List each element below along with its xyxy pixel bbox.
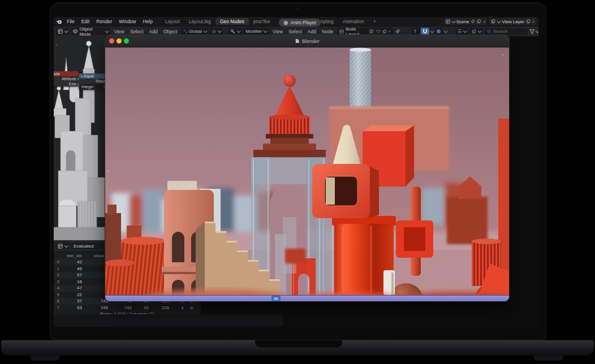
document-icon [295,38,300,44]
lid-notch [255,340,342,348]
cell-value: 42 [63,259,85,265]
tab-animation[interactable]: Animation [338,18,369,25]
cell-value: 37 [63,298,85,304]
stop-icon[interactable]: ⊗ [283,20,288,26]
row-index: 7 [54,305,63,310]
scene-selector[interactable]: Scene × [444,18,488,25]
cell-value: 742 [111,305,135,310]
unlink-icon[interactable]: × [483,20,485,24]
cell-value: 20 [135,305,152,310]
laptop-base [1,340,594,356]
search-placeholder: Search [493,29,507,34]
row-index: 2 [54,272,63,278]
view-layer-icon [491,19,495,24]
current-frame: 90 [274,297,278,301]
cell-value: 0. [187,305,197,310]
outliner-filter-dropdown[interactable] [469,28,483,35]
proportional-options-chevron[interactable] [443,29,447,33]
row-index: 4 [54,285,63,291]
snap-magnet-toggle[interactable] [421,28,429,35]
3d-viewport-render[interactable]: › ⌄ [105,47,509,295]
menu-select[interactable]: Select [286,29,305,34]
cell-value: 47 [63,285,85,291]
rubber-foot [534,356,563,361]
window-title-bar[interactable]: Blender [105,35,509,47]
outliner-display-dropdown[interactable]: ☰ [455,28,468,35]
filter-funnel-icon[interactable] [529,29,534,34]
red-city-scene: › ⌄ [105,47,509,295]
spreadsheet-icon [58,244,63,249]
anim-player-indicator[interactable]: ⊗ Anim Player [279,19,321,27]
chevron-down-icon [451,19,455,23]
tab--[interactable]: + [369,18,381,25]
pin-icon[interactable] [395,29,400,34]
scene-name: Scene [456,19,469,24]
cell-value: 57 [63,272,85,278]
snap-target-button[interactable]: ⭡ [411,28,420,35]
proportional-edit-icon [437,29,441,33]
laptop-mockup: FileEditRenderWindowHelp LayoutLayout.bi… [0,0,595,364]
cell-value: 53 [63,305,85,310]
webcam-dot [296,7,298,9]
rubber-foot [31,356,60,361]
blender-screen: FileEditRenderWindowHelp LayoutLayout.bi… [54,17,538,327]
table-row[interactable]: 7537457422022810. [54,305,201,311]
row-index: 5 [54,292,63,297]
menu-add[interactable]: Add [305,29,319,34]
cell-value: 228 [152,305,173,310]
timeline-playhead[interactable]: 90 [271,296,281,301]
proportional-edit-toggle[interactable] [434,28,443,35]
cell-value: 1 [173,305,187,310]
new-copy-icon[interactable] [382,29,387,34]
search-icon [487,29,491,34]
new-copy-icon[interactable] [526,19,531,24]
remove-icon[interactable]: × [532,20,534,24]
cell-value: 22 [63,292,85,297]
new-copy-icon[interactable] [477,19,481,24]
window-title: Blender [302,38,320,44]
outliner-search-input[interactable]: Search [484,28,528,35]
view-layer-name: View Layer [502,19,524,24]
floating-blender-window[interactable]: Blender [105,35,509,301]
row-index: 1 [54,266,63,271]
geometry-node-editor[interactable]: ttribute Attribute Exis Equal Result Int… [54,314,283,327]
node-tree-icon [339,29,344,34]
menu-node[interactable]: Node [319,29,336,34]
svg-text:⌄: ⌄ [501,51,505,57]
magnet-icon [422,29,428,34]
laptop-lid: FileEditRenderWindowHelp LayoutLayout.bi… [50,2,546,340]
cell-value: 45 [63,266,85,271]
cell-value: 745 [85,305,111,310]
row-index: 6 [54,298,63,304]
scene-icon [446,19,450,24]
pin-icon[interactable] [471,19,475,24]
svg-text:›: › [107,168,109,174]
timeline-strip[interactable]: 90 [105,295,509,301]
snap-options-chevron[interactable] [430,29,434,33]
view-layer-selector[interactable]: View Layer × [489,18,536,25]
fake-user-heart-icon[interactable] [376,29,381,34]
filter-chevron[interactable] [536,29,538,33]
chevron-down-icon [497,19,501,23]
unlink-icon[interactable]: × [389,29,391,33]
user-count-badge[interactable]: 2 [369,29,374,34]
anim-player-label: Anim Player [290,20,316,25]
column-header-inst_idx[interactable]: inst_idx [63,253,85,258]
row-index: 3 [54,279,63,284]
spreadsheet-editor-type[interactable] [55,242,70,249]
dataset-label: Evaluated [74,244,94,249]
cell-value: 16 [63,279,85,284]
row-index: 0 [54,259,63,265]
node-group-datablock[interactable]: Build Layout 2 × [337,28,393,35]
image-icon [472,29,476,34]
